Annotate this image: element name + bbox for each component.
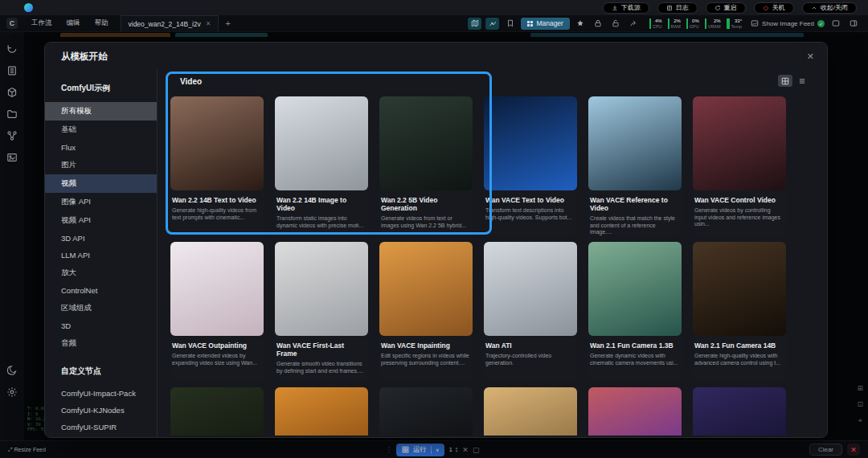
- template-card[interactable]: [484, 387, 577, 436]
- shutdown-button[interactable]: 关机: [754, 2, 794, 14]
- category-item[interactable]: ControlNet: [45, 282, 157, 299]
- custom-node-item[interactable]: ComfyUI-SUPIR: [45, 419, 157, 436]
- category-item[interactable]: 视频 API: [45, 211, 157, 230]
- bookmark-icon[interactable]: [503, 18, 517, 30]
- logs-button[interactable]: 日志: [657, 2, 698, 14]
- template-card[interactable]: Wan 2.2 5B Video Generation Generate vid…: [379, 96, 473, 235]
- category-item[interactable]: 音频: [45, 334, 157, 353]
- comfyui-logo-icon[interactable]: C: [6, 18, 18, 29]
- graph-toggle-icon[interactable]: [485, 18, 499, 30]
- minimap-toggle-icon[interactable]: [468, 18, 481, 30]
- canvas-tool-buttons: ⊞ ⊡ ⌖: [857, 384, 863, 425]
- category-item[interactable]: 3D: [45, 317, 157, 334]
- history-icon[interactable]: [2, 39, 23, 59]
- menu-help[interactable]: 帮助: [89, 16, 114, 31]
- template-title: Wan 2.1 Fun Camera 14B: [693, 336, 786, 350]
- meter-gpu: 0% GPU: [686, 18, 699, 29]
- new-tab-button[interactable]: +: [225, 18, 230, 28]
- category-item[interactable]: 所有模板: [45, 102, 157, 121]
- category-item[interactable]: 视频: [45, 174, 157, 193]
- tab-close-icon[interactable]: ✕: [206, 20, 211, 27]
- node-map-icon[interactable]: [2, 125, 23, 146]
- template-card[interactable]: Wan 2.2 14B Text to Video Generate high-…: [170, 96, 264, 235]
- run-options-chevron-icon[interactable]: ∨: [436, 447, 439, 452]
- dialog-close-icon[interactable]: ✕: [807, 51, 814, 62]
- custom-node-item[interactable]: ComfyUI-Impact-Pack: [45, 385, 157, 402]
- workflow-tab[interactable]: video_wan2_2_14B_i2v ✕: [121, 15, 219, 31]
- template-card[interactable]: Wan VACE First-Last Frame Generate smoot…: [275, 242, 368, 380]
- share-icon[interactable]: [627, 18, 641, 30]
- custom-node-item[interactable]: ComfyUI-KJNodes: [45, 402, 157, 419]
- template-title: Wan VACE Outpainting: [170, 336, 264, 350]
- close-feed-icon[interactable]: ✕: [847, 444, 860, 456]
- template-card[interactable]: [379, 387, 473, 436]
- category-item[interactable]: 放大: [45, 264, 157, 282]
- template-card[interactable]: [170, 387, 264, 436]
- panel-toggle-icon[interactable]: [829, 18, 842, 30]
- show-image-feed-toggle[interactable]: Show Image Feed ✓: [751, 19, 825, 27]
- template-card[interactable]: Wan ATI Trajectory-controlled video gene…: [484, 242, 577, 380]
- menu-edit[interactable]: 编辑: [61, 16, 86, 31]
- template-card[interactable]: Wan 2.2 14B Image to Video Transform sta…: [275, 96, 368, 235]
- grid-view-icon[interactable]: [778, 75, 792, 87]
- workflows-folder-icon[interactable]: [2, 104, 23, 125]
- category-item[interactable]: 图像 API: [45, 193, 157, 211]
- resize-feed-handle[interactable]: ⤢ Resize Feed: [8, 447, 46, 453]
- comfyui-app: 下载源 日志 重启 关机 收起/关闭 C 工作流编辑帮助 video_wan2_…: [0, 0, 868, 458]
- category-item[interactable]: Flux: [45, 139, 157, 156]
- chevron-up-icon: [811, 5, 817, 11]
- template-title: Wan ATI: [484, 336, 577, 350]
- layout-toggle-icon[interactable]: [846, 18, 860, 30]
- category-item[interactable]: 3D API: [45, 230, 157, 247]
- template-card[interactable]: Wan VACE Inpainting Edit specific region…: [379, 242, 473, 380]
- custom-nodes-heading: 自定义节点: [45, 353, 157, 385]
- batch-count-stepper[interactable]: 1 ▲▼: [448, 446, 458, 453]
- power-icon: [763, 5, 769, 11]
- category-item[interactable]: 基础: [45, 121, 157, 139]
- template-card[interactable]: Wan VACE Text to Video Transform text de…: [484, 96, 577, 235]
- cancel-run-icon[interactable]: ✕: [462, 446, 469, 454]
- template-card[interactable]: [588, 387, 682, 436]
- stop-run-icon[interactable]: ▢: [473, 446, 480, 454]
- settings-gear-icon[interactable]: [2, 382, 23, 403]
- template-card[interactable]: Wan VACE Control Video Generate videos b…: [693, 96, 786, 235]
- clear-button[interactable]: Clear: [809, 444, 842, 456]
- list-view-icon[interactable]: [795, 75, 809, 87]
- collapse-button[interactable]: 收起/关闭: [802, 2, 857, 14]
- download-source-button-label: 下载源: [621, 3, 641, 12]
- model-cube-icon[interactable]: [2, 82, 23, 103]
- category-item[interactable]: LLM API: [45, 247, 157, 264]
- unlock-nodes-icon[interactable]: [609, 18, 623, 30]
- star-icon[interactable]: [574, 18, 588, 30]
- download-source-button[interactable]: 下载源: [603, 2, 649, 14]
- template-card[interactable]: Wan 2.1 Fun Camera 14B Generate high-qua…: [693, 242, 786, 380]
- template-card[interactable]: [275, 387, 368, 436]
- template-card[interactable]: Wan 2.1 Fun Camera 1.3B Generate dynamic…: [588, 242, 682, 380]
- manager-button[interactable]: Manager: [521, 18, 570, 30]
- run-button[interactable]: 运行 ∨: [396, 444, 444, 456]
- menu-workflow[interactable]: 工作流: [26, 16, 58, 31]
- fit-view-icon[interactable]: ⊡: [857, 400, 863, 408]
- template-thumbnail-orange-fox-fire: [275, 387, 368, 436]
- template-thumbnail-floating-islands-waterfall: [588, 242, 682, 336]
- theme-moon-icon[interactable]: [2, 360, 23, 381]
- zoom-in-icon[interactable]: ⊞: [857, 384, 863, 392]
- restart-button-label: 重启: [724, 3, 737, 12]
- template-card[interactable]: [693, 387, 786, 436]
- category-item[interactable]: 图片: [45, 156, 157, 174]
- template-card[interactable]: Wan VACE Outpainting Generate extended v…: [170, 242, 264, 380]
- template-card[interactable]: Wan VACE Reference to Video Create video…: [588, 96, 682, 235]
- run-queue-icon: [402, 446, 409, 453]
- image-gallery-icon[interactable]: [2, 147, 23, 168]
- restart-icon: [714, 5, 721, 11]
- focus-icon[interactable]: ⌖: [858, 416, 862, 425]
- restart-button[interactable]: 重启: [706, 2, 746, 14]
- template-description: Trajectory-controlled video generation.: [484, 350, 577, 366]
- node-library-icon[interactable]: [2, 60, 23, 81]
- lock-nodes-icon[interactable]: [592, 18, 605, 30]
- template-thumbnail-blonde-portrait: [484, 387, 577, 436]
- category-item[interactable]: 区域组成: [45, 299, 157, 317]
- custom-node-item[interactable]: ComfyUI-layerdiffuse: [45, 436, 157, 437]
- launcher-actions: 下载源 日志 重启 关机 收起/关闭: [603, 2, 868, 14]
- queue-menu-icon[interactable]: ⋮: [386, 446, 392, 453]
